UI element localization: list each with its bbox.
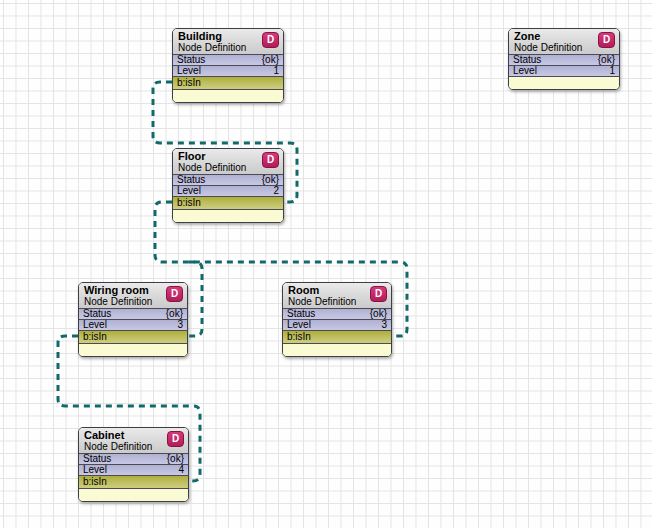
- isin-slot[interactable]: b:isIn: [283, 331, 391, 344]
- level-row[interactable]: Level 2: [173, 186, 283, 197]
- node-cabinet[interactable]: Cabinet Node Definition D Status {ok} Le…: [78, 427, 189, 502]
- node-cabinet-header: Cabinet Node Definition D: [79, 428, 188, 454]
- isin-slot[interactable]: b:isIn: [79, 476, 188, 489]
- node-building[interactable]: Building Node Definition D Status {ok} L…: [172, 28, 284, 103]
- node-zone-header: Zone Node Definition D: [509, 29, 619, 55]
- status-label: Status: [177, 55, 205, 65]
- isin-label: b:isIn: [83, 332, 107, 342]
- level-value: 3: [177, 320, 183, 330]
- level-row[interactable]: Level 1: [509, 66, 619, 77]
- level-label: Level: [83, 465, 107, 475]
- status-value: {ok}: [262, 175, 279, 185]
- node-footer: [283, 344, 391, 356]
- definition-badge-icon: D: [598, 32, 615, 48]
- level-label: Level: [177, 66, 201, 76]
- level-row[interactable]: Level 4: [79, 465, 188, 476]
- status-label: Status: [513, 55, 541, 65]
- node-footer: [173, 210, 283, 222]
- node-wiring-room[interactable]: Wiring room Node Definition D Status {ok…: [78, 282, 188, 357]
- status-label: Status: [287, 309, 315, 319]
- definition-badge-icon: D: [262, 32, 279, 48]
- status-value: {ok}: [167, 454, 184, 464]
- level-row[interactable]: Level 3: [79, 320, 187, 331]
- node-wiring-room-header: Wiring room Node Definition D: [79, 283, 187, 309]
- node-building-header: Building Node Definition D: [173, 29, 283, 55]
- level-value: 1: [273, 66, 279, 76]
- node-footer: [509, 77, 619, 89]
- node-zone[interactable]: Zone Node Definition D Status {ok} Level…: [508, 28, 620, 90]
- status-value: {ok}: [166, 309, 183, 319]
- definition-badge-icon: D: [262, 152, 279, 168]
- connector-wiring-room-floor[interactable]: [186, 262, 202, 336]
- status-label: Status: [177, 175, 205, 185]
- status-value: {ok}: [262, 55, 279, 65]
- definition-badge-icon: D: [166, 286, 183, 302]
- level-label: Level: [287, 320, 311, 330]
- node-room-header: Room Node Definition D: [283, 283, 391, 309]
- node-footer: [173, 90, 283, 102]
- definition-badge-icon: D: [370, 286, 387, 302]
- definition-badge-icon: D: [167, 431, 184, 447]
- level-value: 4: [178, 465, 184, 475]
- node-footer: [79, 489, 188, 501]
- level-row[interactable]: Level 1: [173, 66, 283, 77]
- status-value: {ok}: [598, 55, 615, 65]
- isin-label: b:isIn: [287, 332, 311, 342]
- level-value: 1: [609, 66, 615, 76]
- node-room[interactable]: Room Node Definition D Status {ok} Level…: [282, 282, 392, 357]
- level-label: Level: [513, 66, 537, 76]
- node-floor-header: Floor Node Definition D: [173, 149, 283, 175]
- isin-label: b:isIn: [177, 78, 201, 88]
- isin-slot[interactable]: b:isIn: [173, 197, 283, 210]
- node-footer: [79, 344, 187, 356]
- status-value: {ok}: [370, 309, 387, 319]
- isin-label: b:isIn: [177, 198, 201, 208]
- isin-slot[interactable]: b:isIn: [79, 331, 187, 344]
- node-floor[interactable]: Floor Node Definition D Status {ok} Leve…: [172, 148, 284, 223]
- isin-slot[interactable]: b:isIn: [173, 77, 283, 90]
- level-row[interactable]: Level 3: [283, 320, 391, 331]
- level-label: Level: [83, 320, 107, 330]
- diagram-canvas[interactable]: Building Node Definition D Status {ok} L…: [0, 0, 652, 528]
- status-label: Status: [83, 309, 111, 319]
- level-value: 2: [273, 186, 279, 196]
- status-label: Status: [83, 454, 111, 464]
- level-value: 3: [381, 320, 387, 330]
- level-label: Level: [177, 186, 201, 196]
- isin-label: b:isIn: [83, 477, 107, 487]
